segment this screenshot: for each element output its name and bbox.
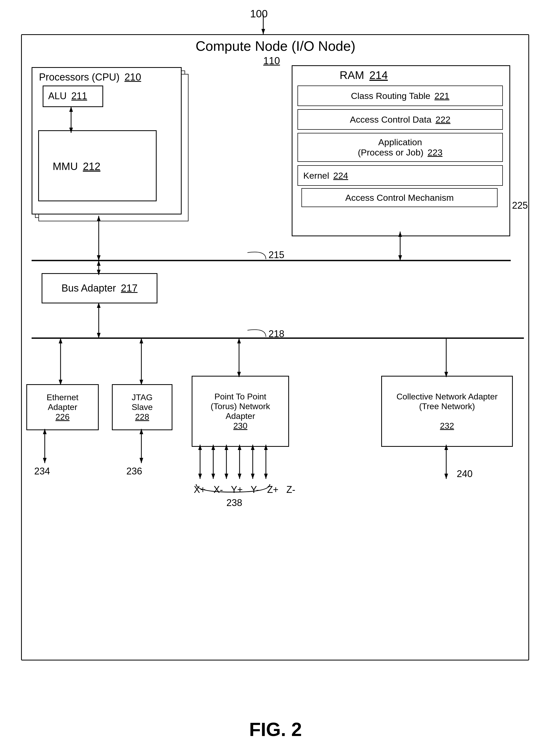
kernel-label: Kernel 224: [303, 171, 348, 181]
ptp-label: Point To Point(Torus) NetworkAdapter 230: [210, 392, 270, 431]
ethernet-label: EthernetAdapter 226: [47, 393, 78, 422]
mmu-ref: 212: [83, 161, 101, 172]
diagram: 100 Compute Node (I/O Node) 110 Processo…: [0, 0, 551, 756]
cpu-label: Processors (CPU): [39, 72, 119, 83]
dir-yminus: Y-: [250, 484, 259, 495]
ram-entry-class-routing: Class Routing Table 221: [298, 86, 503, 106]
alu-ref: 211: [71, 91, 87, 101]
ram-entry-application: Application(Process or Job) 223: [298, 133, 503, 162]
ptp-adapter-box: Point To Point(Torus) NetworkAdapter 230: [192, 376, 289, 447]
ram-ref: 214: [369, 69, 388, 81]
cpu-ref: 210: [124, 72, 141, 83]
fig-caption: FIG. 2: [0, 719, 551, 740]
compute-node-title: Compute Node (I/O Node): [0, 38, 551, 54]
cpu-title: Processors (CPU) 210: [39, 72, 141, 83]
jtag-slave-box: JTAGSlave 228: [112, 384, 172, 430]
collective-adapter-box: Collective Network Adapter(Tree Network)…: [381, 376, 513, 447]
ram-entry-kernel: Kernel 224: [298, 165, 503, 186]
bus-adapter-box: Bus Adapter 217: [42, 273, 157, 303]
ref-236-label: 236: [126, 466, 142, 477]
dir-xplus: X+: [194, 484, 205, 495]
dir-yplus: Y+: [231, 484, 243, 495]
ref-238-label: 238: [226, 497, 242, 508]
dir-zminus: Z-: [287, 484, 296, 495]
ram-entry-access-control: Access Control Data 222: [298, 109, 503, 130]
bus-215-label: 215: [268, 249, 284, 261]
dir-zplus: Z+: [267, 484, 279, 495]
bus-218-label: 218: [268, 328, 284, 339]
jtag-label: JTAGSlave 228: [132, 393, 153, 422]
ref-234-label: 234: [34, 466, 50, 477]
bus-adapter-label: Bus Adapter 217: [61, 283, 137, 294]
ram-label: RAM: [340, 69, 364, 81]
mmu-label: MMU: [53, 161, 78, 172]
class-routing-label: Class Routing Table 221: [351, 91, 449, 101]
ethernet-adapter-box: EthernetAdapter 226: [26, 384, 99, 430]
mmu-title: MMU 212: [53, 161, 100, 172]
application-label: Application(Process or Job) 223: [358, 137, 443, 158]
compute-node-ref: 110: [263, 55, 280, 67]
collective-label: Collective Network Adapter(Tree Network)…: [397, 392, 498, 431]
ram-title: RAM 214: [340, 69, 388, 82]
direction-labels: X+ X- Y+ Y- Z+ Z-: [194, 484, 296, 495]
alu-title: ALU 211: [48, 91, 87, 102]
ref-225-label: 225: [512, 200, 528, 211]
svg-marker-1: [261, 29, 265, 34]
dir-xminus: X-: [213, 484, 223, 495]
access-control-mechanism-box: Access Control Mechanism: [302, 188, 498, 207]
ref-240-label: 240: [457, 468, 473, 479]
ref-100-label: 100: [250, 8, 268, 20]
access-control-mechanism-label: Access Control Mechanism: [346, 193, 454, 203]
access-control-label: Access Control Data 222: [350, 114, 450, 125]
alu-label: ALU: [48, 91, 67, 101]
